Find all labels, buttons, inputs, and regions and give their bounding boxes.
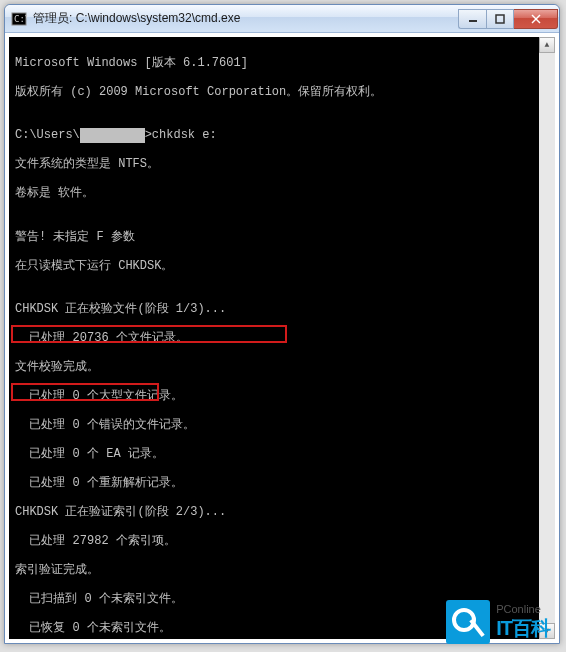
svg-rect-3 [496, 15, 504, 23]
console-line: 已处理 0 个重新解析记录。 [15, 476, 549, 491]
console-output[interactable]: Microsoft Windows [版本 6.1.7601] 版权所有 (c)… [9, 37, 555, 639]
scroll-track[interactable] [539, 53, 555, 623]
maximize-button[interactable] [486, 9, 514, 29]
console-line: 文件校验完成。 [15, 360, 549, 375]
scroll-up-button[interactable]: ▲ [539, 37, 555, 53]
console-line: C:\Users\xxxxxxxxx>chkdsk e: [15, 128, 549, 143]
close-button[interactable] [514, 9, 558, 29]
watermark: PConline IT百科 [446, 600, 550, 644]
console-line: CHKDSK 正在校验文件(阶段 1/3)... [15, 302, 549, 317]
watermark-text: PConline IT百科 [496, 603, 550, 642]
minimize-button[interactable] [458, 9, 486, 29]
watermark-bottom: IT百科 [496, 615, 550, 642]
console-line: 警告! 未指定 F 参数 [15, 230, 549, 245]
watermark-logo-icon [446, 600, 490, 644]
redacted-username: xxxxxxxxx [80, 128, 145, 143]
console-line: 索引验证完成。 [15, 563, 549, 578]
console-line: CHKDSK 正在验证索引(阶段 2/3)... [15, 505, 549, 520]
window-title: 管理员: C:\windows\system32\cmd.exe [33, 10, 458, 27]
scrollbar[interactable]: ▲ ▼ [539, 37, 555, 639]
console-line: 在只读模式下运行 CHKDSK。 [15, 259, 549, 274]
console-line: 已处理 0 个错误的文件记录。 [15, 418, 549, 433]
window-icon: C:\ [11, 11, 27, 27]
watermark-top: PConline [496, 603, 550, 615]
console-line: 卷标是 软件。 [15, 186, 549, 201]
window-controls [458, 9, 558, 29]
svg-text:C:\: C:\ [14, 14, 27, 24]
console-line: 已处理 0 个 EA 记录。 [15, 447, 549, 462]
console-line: Microsoft Windows [版本 6.1.7601] [15, 56, 549, 71]
prompt-prefix: C:\Users\ [15, 128, 80, 142]
console-line: 已处理 0 个大型文件记录。 [15, 389, 549, 404]
console-line: 已处理 27982 个索引项。 [15, 534, 549, 549]
console-line: 版权所有 (c) 2009 Microsoft Corporation。保留所有… [15, 85, 549, 100]
console-line: 已处理 20736 个文件记录。 [15, 331, 549, 346]
titlebar[interactable]: C:\ 管理员: C:\windows\system32\cmd.exe [5, 5, 559, 33]
cmd-window: C:\ 管理员: C:\windows\system32\cmd.exe Mic… [4, 4, 560, 644]
prompt-cmd: >chkdsk e: [145, 128, 217, 142]
console-line: 文件系统的类型是 NTFS。 [15, 157, 549, 172]
